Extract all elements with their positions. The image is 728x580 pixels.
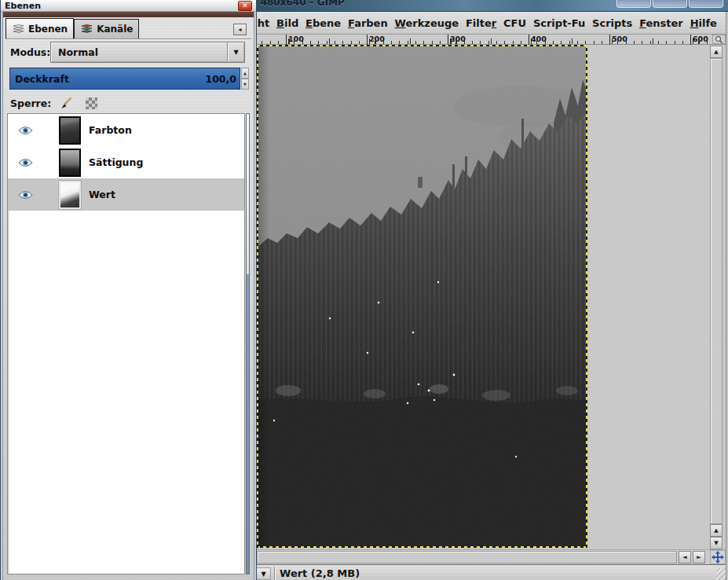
scroll-left-button[interactable]: ◄: [679, 551, 691, 563]
layer-boundary-bottom: [257, 546, 587, 548]
layer-thumbnail[interactable]: [59, 149, 81, 177]
layer-name[interactable]: Sättigung: [89, 156, 143, 168]
maximize-button[interactable]: [653, 0, 687, 8]
opacity-row: Deckkraft 100,0 ▲ ▼: [9, 68, 249, 90]
opacity-spinner: ▲ ▼: [241, 68, 249, 90]
combo-arrow-glyph: ▼: [233, 49, 238, 56]
tab-menu-arrow-icon: ◂: [238, 26, 241, 33]
dock-tabs: Ebenen Kanäle ◂: [5, 18, 251, 39]
lock-row: Sperre:: [3, 94, 254, 112]
gimp-titlebar[interactable]: ) 480x640 – GIMP: [248, 0, 728, 12]
vertical-scrollbar[interactable]: ▲ ▲ ▼: [710, 46, 723, 549]
image-canvas[interactable]: [257, 45, 587, 548]
layer-thumbnail[interactable]: [59, 116, 81, 145]
pan-cross-icon: [712, 551, 724, 563]
mode-label: Modus:: [10, 46, 50, 58]
spinner-down-icon: ▼: [243, 83, 247, 86]
window-caption-buttons: [616, 0, 723, 8]
layer-boundary-left: [257, 45, 258, 548]
dialog-title: Ebenen: [5, 1, 41, 11]
menu-werkzeuge[interactable]: Werkzeuge: [395, 17, 459, 29]
dialog-titlebar[interactable]: Ebenen ✕: [1, 0, 256, 12]
mode-row: Modus: Normal ▼: [3, 42, 254, 64]
mode-combobox[interactable]: Normal ▼: [50, 42, 245, 63]
menu-hilfe[interactable]: Hilfe: [690, 17, 717, 29]
layer-list: Farbton Sättigung Wert: [7, 113, 245, 574]
tab-menu-button[interactable]: ◂: [233, 24, 247, 35]
scroll-up-button-bottom[interactable]: ▲: [710, 524, 723, 537]
menu-cfu[interactable]: CFU: [503, 17, 526, 29]
opacity-slider[interactable]: Deckkraft 100,0: [9, 68, 240, 90]
left-arrow-icon: ◄: [682, 555, 686, 560]
horizontal-scrollbar[interactable]: ◄ ►: [248, 549, 728, 563]
gimp-window-title: ) 480x640 – GIMP: [253, 0, 345, 8]
layer-row-saettigung[interactable]: Sättigung: [8, 146, 244, 178]
statusbar-separator: [274, 567, 275, 580]
tab-kanaele-label: Kanäle: [97, 24, 133, 35]
menu-scripts[interactable]: Scripts: [592, 17, 632, 29]
status-dropdown-button[interactable]: ▼: [256, 567, 271, 580]
layer-row-farbton[interactable]: Farbton: [8, 114, 244, 146]
down-arrow-icon: ▼: [714, 541, 718, 546]
minimize-button[interactable]: [616, 0, 651, 8]
tab-kanaele[interactable]: Kanäle: [74, 19, 139, 39]
visibility-eye-icon[interactable]: [18, 158, 33, 167]
menu-filter[interactable]: Filter: [466, 17, 496, 29]
layer-row-wert[interactable]: Wert: [8, 178, 244, 211]
menu-farben[interactable]: Farben: [348, 17, 388, 29]
close-button[interactable]: [689, 0, 723, 8]
notebook-divider: [5, 39, 251, 39]
dialog-close-button[interactable]: ✕: [238, 1, 252, 11]
dropdown-arrow-icon: ▼: [261, 571, 265, 578]
lock-label: Sperre:: [10, 97, 51, 109]
mode-selected-value: Normal: [51, 46, 98, 58]
up-arrow-icon: ▲: [714, 528, 718, 534]
ruler-label: 300: [448, 35, 466, 45]
menu-script-fu[interactable]: Script-Fu: [533, 17, 585, 29]
layer-list-scrollbar[interactable]: [246, 113, 250, 574]
layer-list-scrollbar-thumb[interactable]: [247, 114, 249, 275]
vertical-scrollbar-thumb[interactable]: [710, 58, 723, 524]
layers-dialog: Ebenen ✕ Ebenen Kanäle ◂: [0, 0, 257, 580]
scroll-right-button[interactable]: ►: [693, 551, 705, 563]
statusbar-text: Wert (2,8 MB): [280, 567, 360, 579]
scroll-down-button[interactable]: ▼: [710, 537, 723, 549]
ruler-label: 200: [367, 35, 385, 45]
lock-paint-brush-icon[interactable]: [60, 97, 73, 109]
ruler-label: 400: [529, 35, 547, 45]
menu-ebene[interactable]: Ebene: [305, 17, 341, 29]
dialog-content: Ebenen Kanäle ◂ Modus: Normal ▼ Deck: [3, 17, 254, 580]
lock-alpha-checkerboard-icon[interactable]: [86, 97, 97, 109]
opacity-value: 100,0: [205, 73, 240, 85]
dialog-frame-strip: [3, 12, 254, 17]
ruler-label: 100: [286, 35, 304, 45]
ruler-mid-ticks: [248, 39, 709, 44]
close-icon: ✕: [242, 2, 248, 9]
gimp-main-window: ) 480x640 – GIMP cht Bild Ebene Farben W…: [248, 0, 728, 580]
layer-name[interactable]: Farbton: [89, 124, 132, 136]
layer-boundary-top: [257, 45, 587, 46]
ruler-label: 500: [609, 35, 627, 45]
menu-fenster[interactable]: Fenster: [639, 17, 683, 29]
horizontal-scrollbar-thumb[interactable]: [257, 551, 677, 563]
right-arrow-icon: ►: [697, 555, 701, 560]
statusbar: ▼ Wert (2,8 MB): [248, 564, 728, 580]
opacity-label: Deckkraft: [10, 73, 69, 85]
horizontal-ruler[interactable]: 100 200 300 400 500 600: [248, 35, 728, 45]
layers-icon: [12, 24, 25, 35]
tab-ebenen[interactable]: Ebenen: [5, 18, 74, 39]
layer-name[interactable]: Wert: [89, 189, 115, 200]
combo-arrow-icon[interactable]: ▼: [227, 42, 244, 62]
canvas-area[interactable]: ▲ ▲ ▼: [248, 45, 728, 549]
visibility-eye-icon[interactable]: [18, 126, 33, 135]
menubar: cht Bild Ebene Farben Werkzeuge Filter C…: [248, 12, 728, 35]
spinner-down-button[interactable]: ▼: [241, 79, 249, 90]
visibility-eye-icon[interactable]: [18, 190, 33, 200]
spinner-up-button[interactable]: ▲: [241, 68, 249, 79]
zoom-fit-button[interactable]: [712, 35, 726, 44]
scroll-up-button[interactable]: ▲: [710, 46, 723, 58]
magnifier-icon: [715, 35, 723, 44]
menu-bild[interactable]: Bild: [276, 17, 298, 29]
layer-thumbnail[interactable]: [59, 181, 81, 209]
pan-view-button[interactable]: [710, 550, 726, 564]
